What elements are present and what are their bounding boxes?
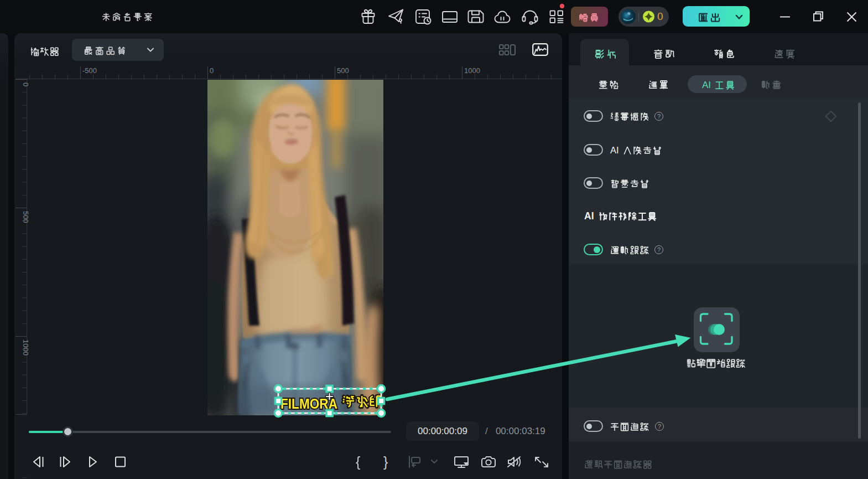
svg-text:AI: AI [584,210,594,222]
svg-text:0: 0 [22,83,30,86]
svg-text:0: 0 [210,66,214,75]
svg-text:-500: -500 [82,66,97,75]
svg-text:1000: 1000 [464,66,480,75]
svg-text:AI: AI [702,80,711,90]
svg-text:1000: 1000 [22,339,30,356]
svg-text:500: 500 [22,211,30,223]
svg-text:500: 500 [337,66,349,75]
svg-text:AI: AI [610,145,619,155]
